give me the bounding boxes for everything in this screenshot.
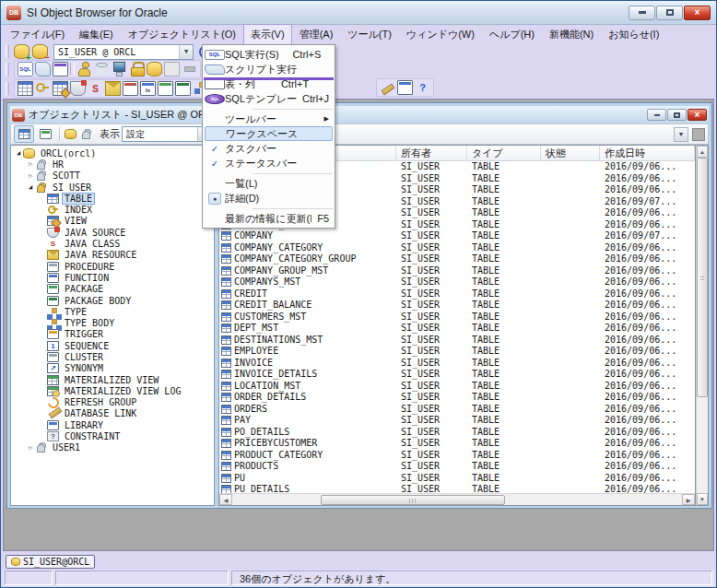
table-row[interactable]: DESTINATIONS_MST SI_USER TABLE 2016/09/0… bbox=[219, 335, 695, 347]
vertical-scrollbar[interactable]: ▲ ▼ bbox=[696, 145, 709, 506]
menu-item[interactable]: 表・列 Ctrl+T bbox=[203, 76, 335, 91]
all-objects-icon[interactable] bbox=[80, 129, 92, 139]
procedure-icon[interactable] bbox=[123, 81, 138, 96]
tree-item[interactable]: CLUSTER bbox=[11, 351, 214, 362]
table-row[interactable]: DEPT_MST SI_USER TABLE 2016/09/06... bbox=[219, 323, 695, 335]
sql-exec-icon[interactable] bbox=[18, 62, 33, 76]
owner-objects-icon[interactable] bbox=[65, 129, 76, 139]
tree-item[interactable]: JAVA CLASS bbox=[11, 238, 214, 249]
database-link-icon[interactable] bbox=[380, 80, 395, 95]
table-row[interactable]: COMPANY_CATEGORY_GROUP SI_USER TABLE 201… bbox=[219, 253, 695, 265]
library-icon[interactable] bbox=[397, 80, 413, 95]
table-row[interactable]: ORDERS SI_USER TABLE 2016/09/06... bbox=[219, 404, 695, 416]
disabled-page-icon[interactable] bbox=[164, 62, 180, 76]
scroll-left-icon[interactable]: ◀ bbox=[219, 494, 232, 505]
child-maximize-button[interactable] bbox=[667, 109, 687, 121]
tree-item[interactable]: PACKAGE bbox=[11, 284, 214, 295]
horizontal-scroll-thumb[interactable] bbox=[321, 495, 505, 505]
table-row[interactable]: PO_DETAILS SI_USER TABLE 2016/09/06... bbox=[219, 427, 695, 439]
horizontal-scrollbar[interactable]: ◀ ▶ bbox=[219, 493, 695, 505]
title-bar[interactable]: DB SI Object Browser for Oracle × bbox=[1, 1, 716, 25]
toolbar-grip[interactable] bbox=[6, 45, 9, 58]
filter-combo-arrow[interactable]: ▼ bbox=[674, 127, 688, 142]
tree-item[interactable]: HR bbox=[11, 159, 214, 170]
menu-bar-item[interactable]: 新機能(N) bbox=[542, 24, 601, 45]
tree-expander[interactable] bbox=[14, 148, 23, 158]
menu-bar-item[interactable]: オブジェクトリスト(O) bbox=[121, 24, 243, 45]
tree-expander[interactable] bbox=[26, 182, 35, 192]
menu-item[interactable]: ステータスバー bbox=[203, 156, 335, 171]
table-row[interactable]: LOCATION_MST SI_USER TABLE 2016/09/06... bbox=[219, 381, 695, 393]
view-preset-combo[interactable]: 設定 ▼ bbox=[122, 126, 212, 142]
java-source-icon[interactable] bbox=[70, 81, 86, 96]
tree-item[interactable]: MATERIALIZED VIEW LOG bbox=[11, 385, 214, 396]
tree-item[interactable]: CONSTRAINT bbox=[11, 430, 214, 441]
tree-item[interactable]: TYPE bbox=[11, 306, 214, 317]
table-row[interactable]: PU SI_USER TABLE 2016/09/06... bbox=[219, 473, 695, 485]
table-row[interactable]: PRODUCTS SI_USER TABLE 2016/09/06... bbox=[219, 461, 695, 473]
tree-item[interactable]: SCOTT bbox=[11, 171, 214, 182]
vertical-scroll-thumb[interactable] bbox=[697, 158, 708, 397]
toolbar-gray-button[interactable] bbox=[692, 128, 705, 141]
tree-item[interactable]: JAVA SOURCE bbox=[11, 227, 214, 238]
db-objects-icon[interactable] bbox=[94, 62, 110, 76]
tree-item[interactable]: TYPE BODY bbox=[11, 317, 214, 328]
menu-item[interactable]: SQL実行(S) Ctrl+S bbox=[203, 47, 335, 62]
tree-item[interactable]: PACKAGE BODY bbox=[11, 295, 214, 306]
tree-item[interactable]: TRIGGER bbox=[11, 329, 214, 340]
table-row[interactable]: ORDER_DETAILS SI_USER TABLE 2016/09/06..… bbox=[219, 392, 695, 404]
table-row[interactable]: PRODUCT_CATEGORY SI_USER TABLE 2016/09/0… bbox=[219, 450, 695, 462]
table-row[interactable]: COMPANYS_MST SI_USER TABLE 2016/09/06... bbox=[219, 276, 695, 288]
table-row[interactable]: CREDIT_BALANCE SI_USER TABLE 2016/09/06.… bbox=[219, 300, 695, 312]
tree-expander[interactable] bbox=[26, 171, 35, 181]
object-list-title-bar[interactable]: DB オブジェクトリスト - SI_USER @ ORCL × bbox=[10, 106, 709, 123]
menu-bar-item[interactable]: 編集(E) bbox=[72, 24, 121, 45]
column-header-created[interactable]: 作成日時 bbox=[600, 146, 695, 160]
tree-item[interactable]: LIBRARY bbox=[11, 419, 214, 430]
child-close-button[interactable]: × bbox=[688, 109, 707, 121]
menu-item[interactable]: タスクバー bbox=[203, 141, 335, 156]
child-minimize-button[interactable] bbox=[647, 109, 666, 121]
tree-item[interactable]: MATERIALIZED VIEW bbox=[11, 374, 214, 385]
script-exec-icon[interactable] bbox=[35, 62, 51, 76]
tree-item[interactable]: INDEX bbox=[11, 204, 214, 215]
tree-item[interactable]: JAVA RESOURCE bbox=[11, 250, 214, 261]
tree-item[interactable]: SYNONYM bbox=[11, 363, 214, 374]
table-row[interactable]: PAY SI_USER TABLE 2016/09/06... bbox=[219, 415, 695, 427]
toolbar-grip[interactable] bbox=[6, 63, 9, 76]
security-icon[interactable] bbox=[129, 62, 145, 76]
menu-item[interactable]: ツールバー ▶ bbox=[203, 112, 335, 126]
object-list-window[interactable]: DB オブジェクトリスト - SI_USER @ ORCL × 表示 bbox=[6, 102, 712, 509]
tree-item[interactable]: VIEW bbox=[11, 216, 214, 227]
menu-bar-item[interactable]: 管理(A) bbox=[292, 24, 341, 45]
column-header-type[interactable]: タイプ bbox=[467, 146, 541, 160]
function-icon[interactable] bbox=[140, 81, 156, 96]
disabled-detail-icon[interactable] bbox=[182, 62, 197, 76]
disconnect-icon[interactable] bbox=[32, 44, 48, 59]
column-header-status[interactable]: 状態 bbox=[541, 146, 600, 160]
menu-item[interactable]: SQLテンプレート Ctrl+J bbox=[203, 91, 335, 106]
close-button[interactable]: × bbox=[684, 6, 711, 20]
maximize-button[interactable] bbox=[656, 6, 683, 20]
toolbar-separator[interactable] bbox=[70, 63, 75, 76]
menu-bar-item[interactable]: お知らせ(I) bbox=[601, 24, 666, 45]
view-list-icon[interactable] bbox=[53, 81, 68, 96]
java-class-icon[interactable] bbox=[88, 81, 103, 96]
tablespace-icon[interactable] bbox=[147, 62, 162, 76]
help-icon[interactable] bbox=[415, 80, 430, 95]
table-row[interactable]: INVOICE_DETAILS SI_USER TABLE 2016/09/06… bbox=[219, 369, 695, 381]
tree-expander[interactable] bbox=[26, 159, 35, 169]
menu-item[interactable]: スクリプト実行 bbox=[203, 62, 335, 76]
table-row[interactable]: PU_DETAILS SI_USER TABLE 2016/09/06... bbox=[219, 484, 695, 493]
java-resource-icon[interactable] bbox=[105, 81, 121, 96]
scroll-right-icon[interactable]: ▶ bbox=[682, 494, 695, 505]
table-row[interactable]: COMPANY SI_USER TABLE 2016/09/07... bbox=[219, 230, 695, 242]
tree-item[interactable]: TABLE bbox=[11, 193, 214, 204]
minimize-button[interactable] bbox=[629, 6, 655, 20]
table-row[interactable]: PRICEBYCUSTOMER SI_USER TABLE 2016/09/06… bbox=[219, 438, 695, 450]
toolbar-grip[interactable] bbox=[6, 82, 9, 95]
scroll-down-icon[interactable]: ▼ bbox=[697, 493, 708, 505]
menu-bar-item[interactable]: ウィンドウ(W) bbox=[399, 24, 482, 45]
taskbar-item[interactable]: SI_USER@ORCL bbox=[6, 555, 95, 569]
tree-item[interactable]: DATABASE LINK bbox=[11, 408, 214, 419]
